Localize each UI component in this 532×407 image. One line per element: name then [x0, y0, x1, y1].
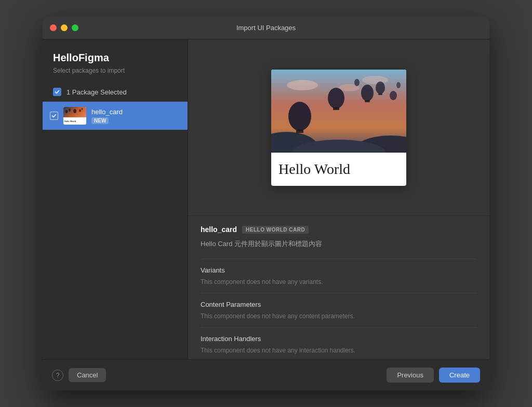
svg-point-20	[390, 91, 397, 100]
details-tag: HELLO WORLD CARD	[242, 226, 309, 234]
svg-rect-19	[378, 93, 382, 95]
svg-point-0	[73, 109, 76, 113]
package-name: hello_card	[91, 108, 123, 116]
variants-empty: This component does not have any variant…	[201, 278, 477, 286]
svg-point-6	[287, 80, 318, 90]
package-thumbnail: Hello World	[63, 107, 86, 125]
sidebar: HelloFigma Select packages to import 1 P…	[43, 39, 188, 359]
main-content: HelloFigma Select packages to import 1 P…	[43, 39, 489, 359]
svg-point-7	[362, 76, 388, 84]
variants-title: Variants	[201, 266, 477, 274]
window-title: Import UI Packages	[236, 24, 296, 32]
mini-preview-image	[63, 107, 86, 117]
mini-preview: Hello World	[63, 107, 86, 125]
app-name: HelloFigma	[53, 52, 177, 64]
card-image	[271, 70, 406, 153]
svg-point-14	[328, 88, 344, 108]
cancel-button[interactable]: Cancel	[69, 368, 106, 382]
svg-point-18	[376, 82, 385, 94]
bottom-left: ? Cancel	[52, 368, 106, 382]
interaction-empty: This component does not have any interac…	[201, 347, 477, 354]
preview-area: Hello World	[188, 39, 489, 216]
svg-point-2	[79, 110, 81, 112]
svg-rect-17	[365, 100, 370, 102]
help-button[interactable]: ?	[52, 370, 63, 381]
details-panel: hello_card HELLO WORLD CARD Hello Card 元…	[188, 216, 489, 359]
interaction-section: Interaction Handlers This component does…	[201, 327, 477, 354]
card-text-area: Hello World	[271, 153, 406, 186]
svg-point-22	[396, 82, 401, 88]
interaction-title: Interaction Handlers	[201, 335, 477, 343]
previous-button[interactable]: Previous	[387, 368, 434, 383]
details-package-name: hello_card	[201, 225, 237, 234]
svg-point-4	[65, 110, 68, 113]
sidebar-subtitle: Select packages to import	[53, 67, 177, 74]
bottom-bar: ? Cancel Previous Create	[43, 359, 489, 390]
card-preview: Hello World	[271, 70, 406, 186]
svg-point-21	[354, 79, 360, 86]
svg-rect-15	[333, 107, 339, 110]
right-panel: Hello World hello_card HELLO WORLD CARD …	[188, 39, 489, 359]
mini-hello-world: Hello World	[64, 120, 76, 123]
details-header: hello_card HELLO WORLD CARD	[201, 225, 477, 234]
minimize-button[interactable]	[61, 24, 68, 31]
titlebar-controls	[50, 24, 78, 31]
package-item[interactable]: Hello World hello_card NEW	[43, 102, 188, 130]
select-all-label: 1 Package Selected	[66, 88, 127, 96]
titlebar: Import UI Packages	[43, 17, 489, 39]
svg-point-1	[69, 108, 71, 112]
content-empty: This component does not have any content…	[201, 313, 477, 320]
mini-preview-text: Hello World	[63, 117, 86, 125]
content-section: Content Parameters This component does n…	[201, 293, 477, 320]
sidebar-header: HelloFigma Select packages to import	[43, 39, 188, 83]
svg-rect-13	[296, 130, 303, 133]
select-all-row[interactable]: 1 Package Selected	[43, 83, 188, 102]
package-info: hello_card NEW	[91, 108, 123, 124]
select-all-checkbox[interactable]	[53, 88, 61, 96]
package-list: Hello World hello_card NEW	[43, 102, 188, 359]
card-hello-world: Hello World	[278, 161, 399, 178]
svg-point-3	[82, 108, 83, 110]
svg-point-16	[361, 85, 374, 101]
package-badge: NEW	[91, 117, 109, 124]
create-button[interactable]: Create	[439, 368, 480, 383]
details-description: Hello Card 元件用於顯示圖片和標題內容	[201, 239, 477, 249]
import-dialog: Import UI Packages HelloFigma Select pac…	[43, 17, 489, 390]
bottom-right: Previous Create	[387, 368, 480, 383]
content-title: Content Parameters	[201, 301, 477, 308]
svg-point-12	[288, 102, 311, 131]
variants-section: Variants This component does not have an…	[201, 259, 477, 286]
maximize-button[interactable]	[72, 24, 78, 31]
package-checkbox[interactable]	[50, 112, 58, 120]
close-button[interactable]	[50, 24, 57, 31]
card-image-bg	[271, 70, 406, 153]
